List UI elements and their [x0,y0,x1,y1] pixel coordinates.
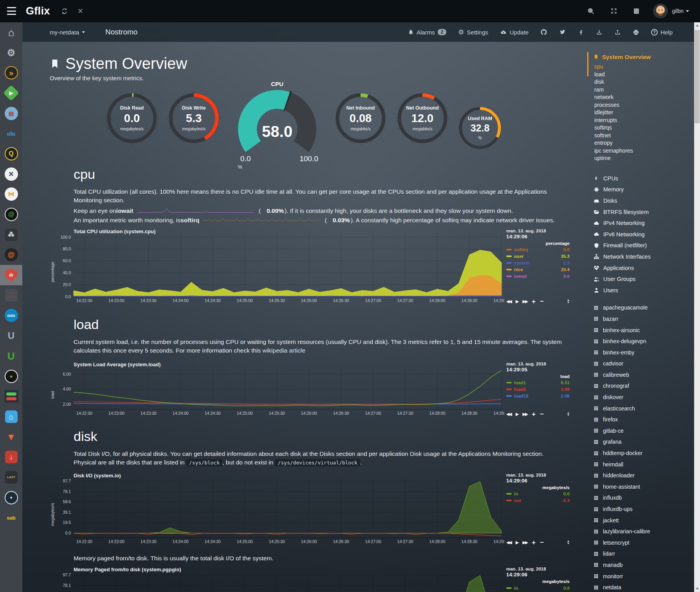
chart-zoom-in-button[interactable]: + [532,539,536,546]
help-button[interactable]: ? Help [651,29,673,36]
sidebar-app-lazylibrarian-calibre[interactable]: lazylibrarian-calibre [594,526,694,537]
sidebar-app-influxdb[interactable]: influxdb [594,492,694,504]
sidebar-item-network[interactable]: network [594,94,694,102]
dock-app-droplet-app[interactable]: ● [0,488,22,508]
sidebar-item-ipc-semaphores[interactable]: ipc semaphores [594,148,694,155]
legend-item-load15[interactable]: load152.06 [506,393,570,399]
chart-pan-left-button[interactable]: ◀◀ [506,299,511,304]
chart-system-pgpgio[interactable]: Memory Paged from/to disk (system.pgpgio… [49,567,574,592]
alarms-button[interactable]: Alarms 2 [408,29,446,36]
legend-item-nice[interactable]: nice20.4 [506,266,570,273]
dock-app-gitlab[interactable]: ▼ [0,427,22,447]
chart-zoom-in-button[interactable]: + [532,411,536,417]
sidebar-app-calibreweb[interactable]: calibreweb [594,369,694,381]
sidebar-app-diskover[interactable]: diskover [594,392,694,403]
settings-button[interactable]: ⚙ Settings [458,29,488,36]
legend-item-in[interactable]: in0.0 [506,491,570,497]
dock-app-berries-app[interactable]: ∴ [0,285,22,306]
chart-canvas-system-pgpgio[interactable]: megabytes/s0.019.539.158.678.197.714:22:… [49,573,574,592]
sidebar-app-monitorr[interactable]: monitorr [594,570,694,582]
dock-app-airsonic[interactable]: ıılıı [0,123,22,144]
sidebar-app-heimdall[interactable]: heimdall [594,459,694,470]
sidebar-app-elasticsearch[interactable]: elasticsearch [594,403,694,414]
sidebar-app-bazarr[interactable]: bazarr [594,313,694,325]
chart-zoom-in-button[interactable]: + [532,298,536,305]
sidebar-item-ram[interactable]: ram [594,86,694,94]
legend-item-user[interactable]: user35.3 [506,253,570,260]
dock-app-unifi[interactable]: U [0,326,22,346]
sidebar-app-apacheguacamole[interactable]: apacheguacamole [594,302,694,313]
facebook-icon[interactable] [578,29,584,35]
chart-resize-handle[interactable]: ▲▼ [567,540,570,545]
chart-canvas-system-load[interactable]: load2.004.006.0014:22:3014:23:0014:23:30… [49,368,574,419]
sidebar-section-ipv4-networking[interactable]: IPv4 Networking [594,218,694,229]
chart-pan-left-button[interactable]: ◀◀ [506,412,511,416]
sidebar-section-user-groups[interactable]: User Groups [594,274,694,285]
chart-zoom-out-button[interactable]: − [540,298,544,305]
sidebar-app-jackett[interactable]: jackett [594,515,694,526]
refresh-icon[interactable] [61,8,68,14]
chart-pan-right-button[interactable]: ▶▶ [522,540,527,545]
hamburger-menu-icon[interactable] [7,7,17,15]
hostname[interactable]: Nostromo [105,28,137,36]
legend-item-in[interactable]: in0.0 [506,585,570,591]
changelog-icon[interactable] [633,8,640,14]
chart-play-button[interactable]: ▶ [516,299,518,304]
sidebar-item-softnet[interactable]: softnet [594,132,694,140]
sidebar-item-entropy[interactable]: entropy [594,140,694,148]
sidebar-app-binhex-emby[interactable]: binhex-emby [594,347,694,358]
sidebar-section-btrfs-filesystem[interactable]: BTRFS filesystem [594,206,694,218]
chart-system-io[interactable]: Disk I/O (system.io)megabytes/s0.019.539… [49,473,574,547]
sidebar-app-binhex-delugevpn[interactable]: binhex-delugevpn [594,336,694,347]
close-icon[interactable]: × [78,6,83,16]
sidebar-app-influxdb-ups[interactable]: influxdb-ups [594,504,694,515]
dock-app-home-assistant[interactable]: ⌂ [0,407,22,427]
gauge-cpu[interactable]: CPU58.00.0100.0% [228,81,326,171]
sidebar-section-disks[interactable]: Disks [594,195,694,207]
dock-app-bowtie-app[interactable]: ⋈ [0,184,22,205]
wikipedia-link[interactable]: wikipedia article [262,347,305,354]
gauge-used-ram[interactable]: Used RAM32.8% [457,105,503,151]
sidebar-app-home-assistant[interactable]: home-assistant [594,481,694,493]
sidebar-app-grafana[interactable]: grafana [594,436,694,448]
legend-item-load5[interactable]: load52.68 [506,386,570,393]
scrollbar-thumb[interactable] [695,30,700,123]
twitter-icon[interactable] [559,29,566,35]
legend-item-load1[interactable]: load16.51 [506,380,570,386]
chart-canvas-system-cpu[interactable]: percentage0.020.040.060.080.0100.014:22:… [49,235,574,306]
gauge-disk-read[interactable]: Disk Read0.0megabytes/s [105,91,159,146]
user-avatar[interactable] [653,4,668,18]
sidebar-app-cadvisor[interactable]: cadvisor [594,358,694,369]
sidebar-section-ipv6-networking[interactable]: IPv6 Networking [594,229,694,240]
sidebar-section-network-interfaces[interactable]: Network Interfaces [594,251,694,263]
dock-app-swirl-app[interactable]: @ [0,204,22,225]
sidebar-item-softirqs[interactable]: softirqs [594,124,694,132]
dock-app-lazylibrarian[interactable]: LAZY [0,467,22,488]
chart-play-button[interactable]: ▶ [516,540,518,545]
upload-icon[interactable] [614,29,621,36]
dock-app-shutter-app[interactable]: × [0,164,22,184]
dock-app-jackett[interactable]: Q [0,144,22,164]
sidebar-section-applications[interactable]: Applications [594,262,694,274]
chart-play-button[interactable]: ▶ [516,412,518,416]
print-icon[interactable] [633,29,639,36]
dock-app-plate-app[interactable]: ● [0,366,22,387]
sidebar-item-interrupts[interactable]: interrupts [594,117,694,125]
dock-app-node-graph-app[interactable]: ⁂ [0,225,22,245]
dock-app-grafana[interactable]: @ [0,245,22,265]
sidebar-app-mariadb[interactable]: mariadb [594,560,694,571]
iowait-sparkline[interactable] [137,208,254,214]
chart-system-load[interactable]: System Load Average (system.load)load2.0… [49,362,574,419]
github-icon[interactable] [540,29,547,36]
download-icon[interactable] [596,29,603,36]
chart-pan-right-button[interactable]: ▶▶ [522,412,527,416]
chart-zoom-out-button[interactable]: − [540,539,544,546]
update-button[interactable]: Update [500,29,529,36]
user-menu[interactable]: gilbn [672,8,689,14]
legend-item-iowait[interactable]: iowait0.0 [506,273,570,280]
chart-zoom-out-button[interactable]: − [540,411,544,417]
legend-item-out[interactable]: out-5.3 [506,497,570,504]
sidebar-section-cpus[interactable]: CPUs [594,173,694,184]
gauge-net-outbound[interactable]: Net Outbound12.0megabits/s [395,91,450,146]
softirq-sparkline[interactable] [202,217,320,223]
